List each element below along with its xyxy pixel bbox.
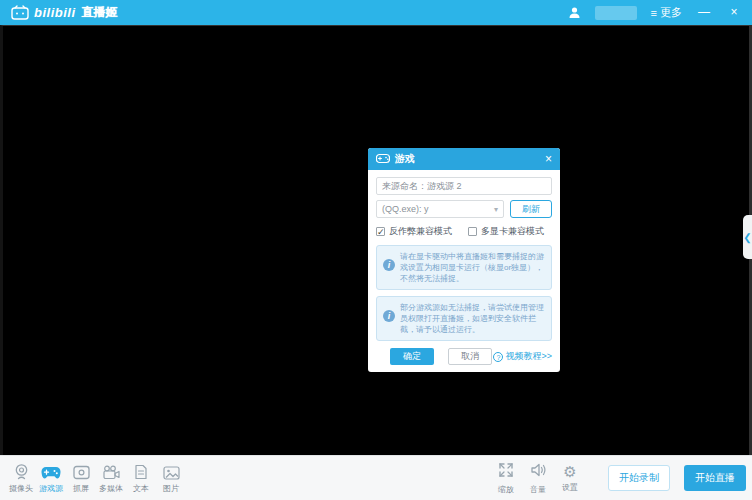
gpu-driver-notice: i 请在显卡驱动中将直播姬和需要捕捉的游戏设置为相同显卡运行（核显or独显），不… [376,245,552,290]
more-menu-button[interactable]: ≡ 更多 [651,5,682,20]
source-name-value: 游戏源 2 [427,180,462,193]
checkbox-unchecked-icon [468,227,477,236]
source-screen-capture-button[interactable]: 抓屏 [66,462,96,494]
media-camera-icon [102,462,120,480]
game-source-dialog: 游戏 × 来源命名： 游戏源 2 (QQ.exe): y ▾ 刷新 ✓ 反作弊兼… [368,148,560,372]
settings-gear-icon: ⚙ [563,464,576,480]
dialog-close-icon[interactable]: × [545,148,552,170]
process-select-value: (QQ.exe): y [382,204,429,214]
gamepad-header-icon [376,150,390,168]
source-media-label: 多媒体 [99,483,123,494]
info-icon: i [383,310,395,322]
volume-label: 音量 [530,484,546,495]
hamburger-icon: ≡ [651,7,657,19]
username-redacted[interactable] [595,6,637,20]
ok-button[interactable]: 确定 [390,348,434,365]
multigpu-label: 多显卡兼容模式 [481,225,544,238]
multigpu-checkbox[interactable]: 多显卡兼容模式 [468,225,544,238]
process-select[interactable]: (QQ.exe): y ▾ [376,200,504,218]
source-game-label: 游戏源 [39,483,63,494]
source-image-label: 图片 [163,483,179,494]
more-label: 更多 [660,5,682,20]
app-logo: bilibili 直播姬 [10,4,118,21]
admin-permission-notice: i 部分游戏源如无法捕捉，请尝试使用管理员权限打开直播姬，如遇到安全软件拦截，请… [376,296,552,341]
volume-icon [530,462,547,482]
anticheat-label: 反作弊兼容模式 [389,225,452,238]
scale-button[interactable]: 缩放 [490,462,522,495]
close-window-button[interactable]: × [726,0,742,25]
screen-capture-icon [73,462,90,480]
bottom-toolbar: 摄像头 游戏源 抓屏 多媒体 [0,455,752,500]
source-name-input[interactable]: 来源命名： 游戏源 2 [376,177,552,195]
source-media-button[interactable]: 多媒体 [96,462,126,494]
source-text-button[interactable]: 文本 [126,462,156,494]
webcam-icon [13,462,30,480]
tv-logo-icon [10,5,30,20]
checkbox-checked-icon: ✓ [376,227,385,236]
info-icon: i [383,259,395,271]
text-icon [134,462,148,480]
chevron-left-icon: ❮ [743,232,751,243]
admin-permission-notice-text: 部分游戏源如无法捕捉，请尝试使用管理员权限打开直播姬，如遇到安全软件拦截，请予以… [400,302,545,335]
dialog-title: 游戏 [395,152,415,166]
start-live-button[interactable]: 开始直播 [684,465,746,491]
settings-label: 设置 [562,482,578,493]
refresh-button[interactable]: 刷新 [510,200,552,218]
minimize-button[interactable]: — [696,0,712,25]
dialog-header: 游戏 × [368,148,560,170]
question-circle-icon: ? [493,352,503,362]
source-text-label: 文本 [133,483,149,494]
cancel-button[interactable]: 取消 [448,348,492,365]
source-camera-button[interactable]: 摄像头 [6,462,36,494]
user-avatar-icon[interactable] [568,6,581,19]
source-screen-capture-label: 抓屏 [73,483,89,494]
volume-button[interactable]: 音量 [522,462,554,495]
start-record-button[interactable]: 开始录制 [608,465,670,491]
source-game-button[interactable]: 游戏源 [36,462,66,494]
chevron-down-icon: ▾ [494,205,498,214]
source-image-button[interactable]: 图片 [156,462,186,494]
logo-product-name: 直播姬 [82,4,118,21]
gamepad-icon [41,462,61,480]
logo-wordmark: bilibili [34,5,76,20]
scale-label: 缩放 [498,484,514,495]
gpu-driver-notice-text: 请在显卡驱动中将直播姬和需要捕捉的游戏设置为相同显卡运行（核显or独显），不然将… [400,251,545,284]
image-icon [163,462,180,480]
source-name-label: 来源命名： [382,180,427,193]
titlebar: bilibili 直播姬 ≡ 更多 — × [0,0,752,25]
anticheat-checkbox[interactable]: ✓ 反作弊兼容模式 [376,225,452,238]
video-tutorial-label: 视频教程>> [505,350,552,363]
side-panel-expand-tab[interactable]: ❮ [743,215,752,259]
settings-button[interactable]: ⚙ 设置 [554,464,586,493]
scale-icon [498,462,514,482]
source-camera-label: 摄像头 [9,483,33,494]
video-tutorial-link[interactable]: ? 视频教程>> [493,350,552,363]
